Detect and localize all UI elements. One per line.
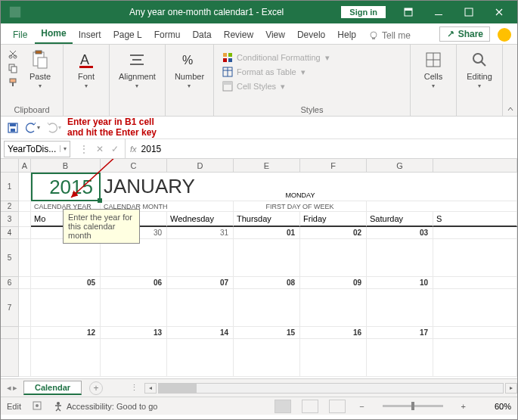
column-header[interactable]: G <box>367 159 433 172</box>
day-header[interactable]: Wednesday <box>167 212 234 227</box>
add-sheet-button[interactable]: + <box>89 381 103 395</box>
calendar-day[interactable]: 15 <box>234 327 300 339</box>
save-button[interactable] <box>7 122 19 134</box>
tab-help[interactable]: Help <box>331 25 362 44</box>
zoom-out-button[interactable]: − <box>356 402 367 411</box>
row-header[interactable]: 2 <box>1 201 19 212</box>
cell[interactable] <box>31 239 101 277</box>
cell[interactable] <box>31 289 101 327</box>
day-header[interactable]: Friday <box>300 212 367 227</box>
alignment-button[interactable]: Alignment ▾ <box>116 48 159 91</box>
cell[interactable] <box>300 239 367 277</box>
chevron-down-icon[interactable]: ▾ <box>60 145 67 152</box>
column-header[interactable]: C <box>101 159 167 172</box>
cell[interactable] <box>19 239 31 277</box>
cell[interactable] <box>234 339 300 377</box>
select-all-corner[interactable] <box>1 159 19 172</box>
view-page-layout-button[interactable] <box>302 400 318 413</box>
macro-record-icon[interactable] <box>32 400 42 412</box>
cell[interactable] <box>367 173 517 201</box>
cell[interactable] <box>433 327 517 339</box>
calendar-day[interactable]: 08 <box>234 277 300 289</box>
maximize-button[interactable] <box>454 1 484 23</box>
paste-button[interactable]: Paste ▾ <box>23 48 57 91</box>
share-button[interactable]: Share <box>439 26 490 42</box>
calendar-day[interactable]: 07 <box>167 277 234 289</box>
column-header[interactable]: F <box>300 159 367 172</box>
cell[interactable] <box>433 239 517 277</box>
view-page-break-button[interactable] <box>329 400 346 413</box>
column-header[interactable]: A <box>19 159 31 172</box>
sign-in-button[interactable]: Sign in <box>341 6 386 18</box>
format-painter-icon[interactable] <box>7 76 19 89</box>
collapse-ribbon-button[interactable] <box>502 45 517 116</box>
fx-icon[interactable]: fx <box>126 145 137 154</box>
row-header[interactable]: 3 <box>1 212 19 227</box>
calendar-day[interactable]: 02 <box>300 227 367 239</box>
calendar-day[interactable]: 16 <box>300 327 367 339</box>
cell-first-day-label[interactable]: FIRST DAY OF WEEK <box>234 201 367 212</box>
cell[interactable] <box>367 289 433 327</box>
cell[interactable] <box>19 327 31 339</box>
column-header[interactable] <box>433 159 517 172</box>
cell[interactable] <box>167 339 234 377</box>
day-header[interactable]: S <box>433 212 517 227</box>
calendar-day[interactable]: 12 <box>31 327 101 339</box>
calendar-day[interactable]: 09 <box>300 277 367 289</box>
cell-styles-button[interactable]: Cell Styles▾ <box>220 79 404 93</box>
calendar-day[interactable]: 13 <box>101 327 167 339</box>
tab-formulas[interactable]: Formu <box>148 25 187 44</box>
scrollbar-thumb[interactable] <box>159 384 197 393</box>
calendar-day[interactable]: 31 <box>167 227 234 239</box>
feedback-smiley-icon[interactable] <box>498 28 511 42</box>
view-normal-button[interactable] <box>275 400 291 413</box>
name-box[interactable]: YearToDis...▾ <box>4 141 70 157</box>
redo-button[interactable]: ▾ <box>46 122 61 134</box>
cell[interactable] <box>19 212 31 227</box>
row-header[interactable] <box>1 339 19 377</box>
tab-review[interactable]: Review <box>218 25 259 44</box>
cell[interactable] <box>167 239 234 277</box>
conditional-formatting-button[interactable]: Conditional Formatting▾ <box>220 51 404 64</box>
close-button[interactable] <box>484 1 514 23</box>
cell[interactable] <box>101 289 167 327</box>
cell[interactable] <box>31 339 101 377</box>
calendar-day[interactable]: 05 <box>31 277 101 289</box>
cell-b1-year[interactable]: 2015 <box>31 173 101 201</box>
horizontal-scrollbar[interactable] <box>158 383 504 394</box>
copy-icon[interactable] <box>7 62 19 74</box>
cells-button[interactable]: Cells ▾ <box>417 48 450 91</box>
tab-view[interactable]: View <box>259 25 291 44</box>
row-header[interactable]: 6 <box>1 277 19 289</box>
font-button[interactable]: A Font ▾ <box>70 48 103 91</box>
formula-bar-input[interactable]: 2015 <box>137 144 517 154</box>
cell[interactable] <box>19 227 31 239</box>
calendar-day[interactable]: 17 <box>367 327 433 339</box>
cell[interactable] <box>300 339 367 377</box>
cell[interactable] <box>367 239 433 277</box>
tell-me-search[interactable]: Tell me <box>362 27 417 44</box>
day-header[interactable]: Saturday <box>367 212 433 227</box>
editing-button[interactable]: Editing ▾ <box>463 48 496 91</box>
row-header[interactable]: 5 <box>1 239 19 277</box>
cell[interactable] <box>367 201 517 212</box>
sheet-tab-calendar[interactable]: Calendar <box>23 381 82 395</box>
cell-month[interactable]: JANUARY <box>101 173 234 201</box>
tab-file[interactable]: File <box>7 25 35 44</box>
cell[interactable] <box>19 173 31 201</box>
cell[interactable] <box>433 227 517 239</box>
cell[interactable] <box>433 289 517 327</box>
calendar-day[interactable]: 10 <box>367 277 433 289</box>
calendar-day[interactable]: 01 <box>234 227 300 239</box>
tab-data[interactable]: Data <box>186 25 217 44</box>
row-header[interactable]: 4 <box>1 227 19 239</box>
column-header[interactable]: D <box>167 159 234 172</box>
accessibility-status[interactable]: Accessibility: Good to go <box>53 401 157 412</box>
sheet-nav-last[interactable]: ▸ <box>13 383 17 393</box>
column-header[interactable]: E <box>234 159 300 172</box>
column-header[interactable]: B <box>31 159 101 172</box>
calendar-day[interactable]: 03 <box>367 227 433 239</box>
cell-first-day[interactable]: MONDAY <box>234 173 367 201</box>
day-header[interactable]: Thursday <box>234 212 300 227</box>
tab-insert[interactable]: Insert <box>73 25 107 44</box>
